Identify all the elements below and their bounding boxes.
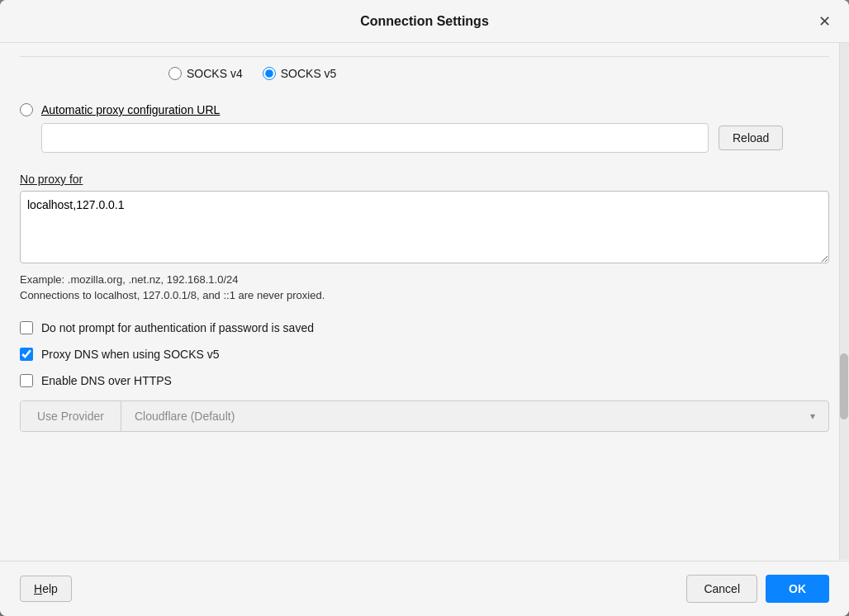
example-text: Example: .mozilla.org, .net.nz, 192.168.… bbox=[20, 270, 829, 287]
auto-proxy-row: Automatic proxy configuration URL bbox=[20, 93, 829, 123]
url-row: Reload bbox=[20, 123, 829, 166]
title-bar: Connection Settings ✕ bbox=[0, 0, 849, 43]
close-button[interactable]: ✕ bbox=[813, 10, 836, 33]
socks-v4-label: SOCKS v4 bbox=[187, 67, 243, 80]
no-proxy-textarea[interactable]: localhost,127.0.0.1 bbox=[20, 191, 829, 263]
proxy-dns-checkbox[interactable] bbox=[20, 348, 33, 361]
no-proxy-label: No proxy for bbox=[20, 166, 829, 191]
no-auth-checkbox[interactable] bbox=[20, 321, 33, 334]
proxy-dns-label: Proxy DNS when using SOCKS v5 bbox=[41, 348, 220, 361]
use-provider-label: Use Provider bbox=[21, 401, 121, 431]
provider-value-row[interactable]: Cloudflare (Default) ▾ bbox=[121, 401, 828, 431]
scrollbar-thumb[interactable] bbox=[840, 353, 848, 419]
proxy-url-input[interactable] bbox=[41, 123, 709, 153]
scrollbar[interactable] bbox=[839, 43, 849, 560]
no-proxy-label-text: No proxy for bbox=[20, 173, 83, 186]
connection-note: Connections to localhost, 127.0.0.1/8, a… bbox=[20, 287, 829, 315]
socks-v5-label: SOCKS v5 bbox=[281, 67, 337, 80]
footer: Help Cancel OK bbox=[0, 561, 849, 616]
no-auth-checkbox-row: Do not prompt for authentication if pass… bbox=[20, 315, 829, 341]
help-button[interactable]: Help bbox=[20, 576, 72, 602]
content-area: SOCKS v4 SOCKS v5 Automatic proxy config… bbox=[0, 43, 849, 561]
dialog-title: Connection Settings bbox=[360, 14, 489, 29]
chevron-down-icon: ▾ bbox=[810, 410, 815, 422]
socks-v4-radio-group[interactable]: SOCKS v4 bbox=[168, 67, 243, 80]
auto-proxy-label-text: Automatic proxy configuration URL bbox=[41, 103, 220, 116]
auto-proxy-radio[interactable] bbox=[20, 103, 33, 116]
enable-dns-checkbox[interactable] bbox=[20, 374, 33, 387]
reload-button[interactable]: Reload bbox=[719, 126, 783, 150]
socks-version-row: SOCKS v4 SOCKS v5 bbox=[20, 56, 829, 93]
socks-v4-radio[interactable] bbox=[168, 67, 182, 80]
enable-dns-checkbox-row: Enable DNS over HTTPS bbox=[20, 367, 829, 394]
socks-v5-radio-group[interactable]: SOCKS v5 bbox=[263, 67, 337, 80]
auto-proxy-label: Automatic proxy configuration URL bbox=[41, 103, 220, 116]
provider-value: Cloudflare (Default) bbox=[135, 410, 235, 423]
enable-dns-label: Enable DNS over HTTPS bbox=[41, 374, 172, 387]
cancel-button[interactable]: Cancel bbox=[686, 575, 757, 603]
ok-button[interactable]: OK bbox=[766, 575, 829, 603]
no-auth-label: Do not prompt for authentication if pass… bbox=[41, 321, 314, 334]
socks-v5-radio[interactable] bbox=[263, 67, 276, 80]
proxy-dns-checkbox-row: Proxy DNS when using SOCKS v5 bbox=[20, 341, 829, 367]
footer-right: Cancel OK bbox=[686, 575, 829, 603]
provider-row: Use Provider Cloudflare (Default) ▾ bbox=[20, 400, 829, 432]
connection-settings-dialog: Connection Settings ✕ SOCKS v4 SOCKS v5 … bbox=[0, 0, 849, 616]
help-underline: H bbox=[34, 582, 42, 595]
